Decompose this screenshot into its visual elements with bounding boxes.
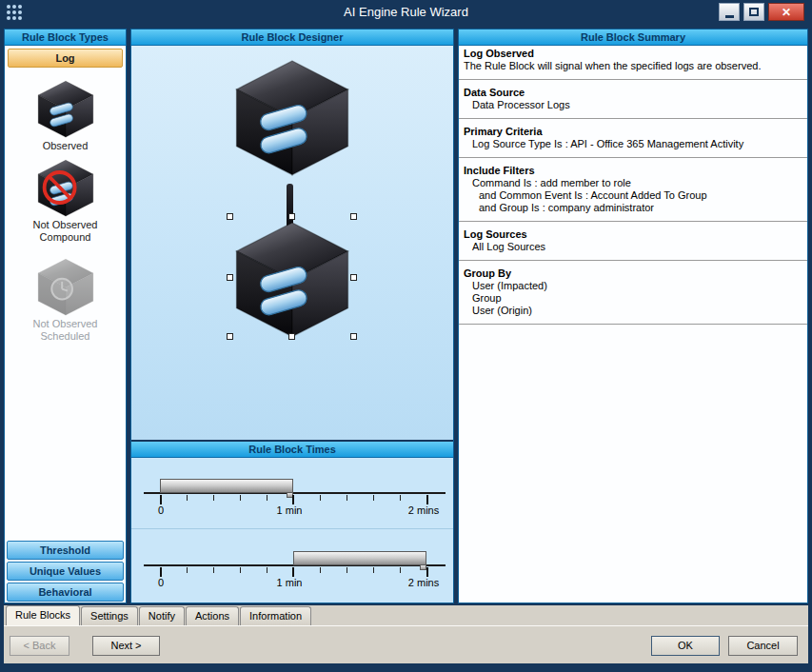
tick-major	[292, 567, 294, 577]
tick-marks	[160, 567, 428, 573]
maximize-button[interactable]	[743, 3, 764, 21]
section-line: Group	[459, 292, 807, 305]
selection-handle[interactable]	[288, 213, 295, 220]
tab-underline	[4, 625, 808, 626]
rule-block-times-panel: 0 1 min 2 mins 0 1 min 2 mins	[131, 458, 453, 603]
tick-label: 1 min	[277, 504, 303, 516]
selection-handle[interactable]	[227, 333, 233, 340]
section-line: All Log Sources	[459, 241, 807, 253]
section-title: Group By	[459, 267, 807, 280]
section-line: Data Processor Logs	[459, 99, 807, 111]
tick-major	[160, 495, 162, 504]
type-item-not-observed-scheduled: Not Observed Scheduled	[5, 257, 126, 343]
section-line: User (Impacted)	[459, 280, 807, 292]
type-label: Not Observed Scheduled	[25, 318, 107, 343]
section-divider	[459, 221, 807, 222]
tab-information[interactable]: Information	[240, 606, 311, 625]
minimize-button[interactable]	[719, 3, 740, 21]
section-title: Data Source	[459, 87, 807, 99]
section-title: Primary Criteria	[459, 126, 807, 138]
section-title: Include Filters	[459, 165, 807, 177]
section-divider	[459, 79, 807, 80]
section-title: Log Observed	[459, 48, 807, 60]
tab-settings[interactable]: Settings	[81, 606, 138, 625]
tick-major	[292, 495, 294, 504]
next-button[interactable]: Next >	[92, 636, 160, 656]
section-divider	[459, 324, 807, 325]
selection-handle[interactable]	[227, 274, 233, 281]
rule-block-types-panel: Rule Block Types Log Observed	[4, 29, 127, 603]
section-divider	[459, 157, 807, 158]
selected-rule-block-cube[interactable]	[230, 219, 354, 338]
section-line: and Common Event Is : Account Added To G…	[459, 189, 807, 202]
threshold-button[interactable]: Threshold	[7, 541, 124, 560]
tab-notify[interactable]: Notify	[139, 606, 185, 625]
maximize-icon	[749, 8, 759, 16]
tick-major	[426, 567, 428, 577]
time-slider-range-bar[interactable]	[293, 551, 426, 565]
section-line: User (Origin)	[459, 305, 807, 317]
ai-engine-rule-wizard-window: AI Engine Rule Wizard ✕ Rule Block Types…	[0, 0, 812, 672]
tick-label: 1 min	[277, 577, 303, 588]
tick-marks	[160, 495, 428, 501]
ok-button[interactable]: OK	[651, 636, 720, 656]
rule-block-times-header: Rule Block Times	[131, 442, 453, 458]
designer-canvas[interactable]	[131, 46, 453, 440]
tick-major	[160, 567, 162, 577]
time-slider-range-bar[interactable]	[160, 479, 293, 493]
tick-label: 2 mins	[408, 577, 439, 588]
selection-handle[interactable]	[350, 213, 357, 220]
tick-label: 0	[158, 577, 164, 588]
tab-actions[interactable]: Actions	[186, 606, 239, 625]
close-icon: ✕	[782, 6, 791, 19]
type-label: Observed	[25, 140, 107, 152]
rule-block-summary-body: Log Observed The Rule Block will signal …	[459, 46, 807, 325]
rule-block-summary-header: Rule Block Summary	[459, 30, 807, 46]
tab-strip: Rule Blocks Settings Notify Actions Info…	[6, 605, 312, 625]
tick-label: 0	[158, 504, 164, 516]
rule-block-summary-panel: Rule Block Summary Log Observed The Rule…	[458, 29, 808, 603]
selection-handle[interactable]	[227, 213, 233, 220]
slider-divider	[131, 528, 453, 529]
selection-handle[interactable]	[288, 333, 295, 340]
selection-handle[interactable]	[350, 333, 357, 340]
rule-block-designer-panel: Rule Block Designer	[130, 29, 454, 603]
behavioral-button[interactable]: Behavioral	[7, 583, 124, 602]
titlebar[interactable]: AI Engine Rule Wizard ✕	[0, 0, 812, 25]
not-observed-scheduled-icon	[35, 257, 96, 316]
cancel-button[interactable]: Cancel	[728, 636, 798, 656]
rule-block-cube[interactable]	[230, 57, 354, 176]
section-divider	[459, 118, 807, 119]
close-button[interactable]: ✕	[768, 3, 804, 21]
log-type-button[interactable]: Log	[8, 49, 123, 68]
unique-values-button[interactable]: Unique Values	[7, 562, 124, 581]
type-item-observed[interactable]: Observed	[5, 79, 126, 152]
section-line: and Group Is : company administrator	[459, 202, 807, 214]
section-title: Log Sources	[459, 228, 807, 241]
rule-block-types-header: Rule Block Types	[5, 30, 126, 46]
window-title: AI Engine Rule Wizard	[0, 5, 812, 19]
footer: Rule Blocks Settings Notify Actions Info…	[4, 605, 808, 663]
tick-major	[426, 495, 428, 504]
section-line: Log Source Type Is : API - Office 365 Ma…	[459, 138, 807, 150]
back-button[interactable]: < Back	[10, 636, 69, 656]
type-item-not-observed-compound[interactable]: Not Observed Compound	[5, 158, 126, 244]
section-line: Command Is : add member to role	[459, 177, 807, 189]
tick-label: 2 mins	[408, 504, 439, 516]
selection-handle[interactable]	[350, 274, 357, 281]
observed-cube-icon	[35, 79, 96, 138]
tab-rule-blocks[interactable]: Rule Blocks	[6, 605, 80, 625]
section-line: The Rule Block will signal when the spec…	[459, 60, 807, 72]
window-controls: ✕	[719, 3, 804, 21]
minimize-icon	[725, 15, 734, 18]
type-label: Not Observed Compound	[25, 219, 107, 244]
section-divider	[459, 260, 807, 261]
rule-block-designer-header: Rule Block Designer	[131, 30, 453, 46]
not-observed-compound-icon	[35, 158, 96, 217]
